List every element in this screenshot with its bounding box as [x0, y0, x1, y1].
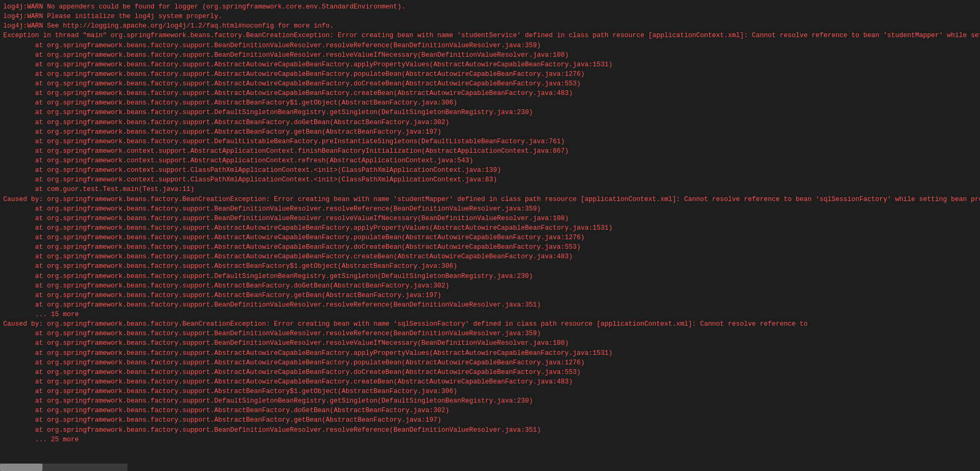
console-line: at org.springframework.beans.factory.sup… — [3, 223, 977, 233]
console-line: at org.springframework.beans.factory.sup… — [3, 98, 977, 108]
console-line: at org.springframework.beans.factory.sup… — [3, 252, 977, 261]
console-line: at org.springframework.beans.factory.sup… — [3, 406, 977, 415]
console-line: at org.springframework.beans.factory.sup… — [3, 396, 977, 406]
console-line: at org.springframework.context.support.C… — [3, 165, 977, 175]
console-line: at org.springframework.beans.factory.sup… — [3, 387, 977, 396]
console-line: at org.springframework.beans.factory.sup… — [3, 204, 977, 214]
console-line: Caused by: org.springframework.beans.fac… — [3, 319, 977, 329]
console-line: at org.springframework.beans.factory.sup… — [3, 338, 977, 348]
console-line: at org.springframework.beans.factory.sup… — [3, 118, 977, 127]
console-line: at org.springframework.context.support.A… — [3, 156, 977, 165]
console-line: log4j:WARN See http://logging.apache.org… — [3, 21, 977, 31]
console-line: at org.springframework.beans.factory.sup… — [3, 214, 977, 223]
console-line: at org.springframework.beans.factory.sup… — [3, 291, 977, 300]
console-line: at org.springframework.beans.factory.sup… — [3, 261, 977, 271]
console-line: ... 15 more — [3, 310, 977, 319]
scrollbar-thumb[interactable] — [0, 464, 42, 471]
console-line: at org.springframework.beans.factory.sup… — [3, 358, 977, 368]
console-line: at org.springframework.beans.factory.sup… — [3, 281, 977, 291]
console-line: at org.springframework.beans.factory.sup… — [3, 41, 977, 50]
console-line: at org.springframework.beans.factory.sup… — [3, 233, 977, 242]
console-line: at org.springframework.beans.factory.sup… — [3, 300, 977, 310]
console-line: at org.springframework.beans.factory.sup… — [3, 108, 977, 117]
console-line: at org.springframework.beans.factory.sup… — [3, 415, 977, 425]
console-line: at org.springframework.beans.factory.sup… — [3, 425, 977, 435]
console-line: at org.springframework.context.support.C… — [3, 175, 977, 185]
console-line: at org.springframework.beans.factory.sup… — [3, 377, 977, 387]
console-line: at org.springframework.beans.factory.sup… — [3, 242, 977, 252]
console-line: at org.springframework.beans.factory.sup… — [3, 89, 977, 98]
console-line: Caused by: org.springframework.beans.fac… — [3, 195, 977, 204]
console-line: Exception in thread "main" org.springfra… — [3, 31, 977, 40]
console-line: log4j:WARN Please initialize the log4j s… — [3, 12, 977, 21]
horizontal-scrollbar[interactable] — [0, 464, 127, 471]
console-line: at org.springframework.beans.factory.sup… — [3, 137, 977, 146]
console-line: log4j:WARN No appenders could be found f… — [3, 2, 977, 12]
console-line: at org.springframework.beans.factory.sup… — [3, 127, 977, 137]
console-line: at org.springframework.beans.factory.sup… — [3, 348, 977, 358]
console-line: at org.springframework.beans.factory.sup… — [3, 368, 977, 377]
console-line: at org.springframework.beans.factory.sup… — [3, 79, 977, 89]
console-output: log4j:WARN No appenders could be found f… — [0, 0, 980, 447]
console-line: at org.springframework.beans.factory.sup… — [3, 60, 977, 69]
console-line: at org.springframework.context.support.A… — [3, 146, 977, 156]
console-line: at org.springframework.beans.factory.sup… — [3, 329, 977, 338]
console-line: at org.springframework.beans.factory.sup… — [3, 69, 977, 79]
console-line: ... 25 more — [3, 435, 977, 444]
console-line: at org.springframework.beans.factory.sup… — [3, 50, 977, 60]
console-line: at com.guor.test.Test.main(Test.java:11) — [3, 185, 977, 194]
console-line: at org.springframework.beans.factory.sup… — [3, 272, 977, 281]
